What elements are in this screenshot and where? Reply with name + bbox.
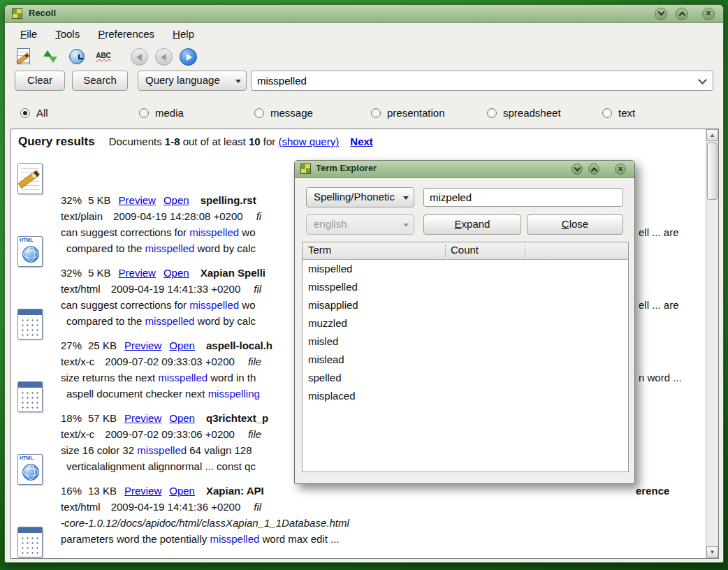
unshade-button[interactable] [676, 8, 688, 20]
results-scrollbar[interactable]: ▲ ▼ [706, 129, 718, 558]
html-icon: HTML [17, 236, 43, 267]
expansion-mode-dropdown[interactable]: Spelling/Phonetic [306, 187, 414, 207]
language-dropdown-disabled[interactable]: english [306, 214, 414, 235]
date: 2009-07-02 09:33:03 +0200 [105, 356, 235, 367]
file-path: fi [256, 210, 262, 222]
term-row[interactable]: misapplied [303, 296, 628, 314]
filter-message[interactable]: message [254, 107, 313, 119]
relevance: 16% [61, 485, 82, 497]
dialog-unshade-button[interactable] [588, 163, 599, 175]
history-clock-icon[interactable] [68, 48, 86, 66]
window-title: Recoll [29, 8, 56, 18]
relevance: 18% [61, 412, 82, 424]
mime-type: text/html [61, 501, 101, 513]
chevron-down-icon [574, 165, 581, 172]
file-size: 5 KB [88, 194, 111, 206]
relevance: 14% [61, 557, 82, 559]
term-row[interactable]: mislead [303, 351, 628, 369]
scroll-down-icon[interactable]: ▼ [706, 546, 718, 558]
menu-help[interactable]: Help [166, 26, 201, 42]
results-heading: Query results [18, 135, 95, 148]
mime-type: text/x-c [61, 356, 94, 367]
relevance: 32% [61, 267, 82, 279]
title-fragment: erence [636, 483, 669, 499]
file-path: file [248, 356, 261, 367]
search-button[interactable]: Search [72, 71, 128, 91]
preview-link[interactable]: Preview [119, 194, 156, 206]
result-title: q3richtext_p [206, 412, 268, 424]
prev-page-icon[interactable] [155, 48, 173, 66]
close-icon: × [706, 8, 711, 18]
open-link[interactable]: Open [163, 267, 189, 279]
filter-media[interactable]: media [139, 107, 184, 119]
file-size: 13 KB [88, 485, 117, 497]
text-plain-icon [17, 163, 43, 194]
dialog-shade-button[interactable] [572, 163, 583, 175]
open-link[interactable]: Open [169, 485, 195, 497]
result-title: aspell-local.h [206, 339, 272, 351]
term-row[interactable]: misled [303, 332, 628, 351]
term-input[interactable] [423, 188, 623, 207]
open-link[interactable]: Open [169, 412, 195, 424]
scroll-up-icon[interactable]: ▲ [706, 129, 718, 141]
globe-icon [22, 246, 39, 263]
term-row[interactable]: misplaced [303, 387, 628, 405]
file-path: fil [254, 283, 261, 295]
results-table-icon[interactable] [15, 48, 33, 66]
shade-button[interactable] [655, 8, 667, 20]
term-row[interactable]: misspelled [303, 278, 628, 296]
close-icon: × [618, 164, 623, 174]
preview-link[interactable]: Preview [119, 267, 156, 279]
date: 2009-04-19 14:28:08 +0200 [113, 210, 243, 222]
filter-text[interactable]: text [602, 107, 635, 119]
search-query-input[interactable] [257, 72, 687, 89]
mime-type: text/plain [61, 210, 103, 222]
term-row[interactable]: mispelled [303, 260, 628, 278]
query-language-dropdown[interactable]: Query language [138, 71, 247, 91]
history-dropdown-icon[interactable] [698, 75, 707, 85]
preview-link[interactable]: Preview [124, 339, 161, 351]
result-total: 10 [249, 136, 261, 147]
preview-link[interactable]: Preview [124, 485, 161, 497]
term-explorer-spell-icon[interactable]: ABC [94, 48, 112, 66]
column-term[interactable]: Term [308, 244, 331, 256]
scrollbar-thumb[interactable] [707, 142, 718, 200]
radio-icon [254, 108, 264, 118]
main-titlebar: Recoll × [5, 5, 723, 23]
filter-all[interactable]: All [20, 107, 48, 119]
open-link[interactable]: Open [163, 194, 189, 206]
file-path: file [248, 428, 261, 440]
sort-by-date-icon[interactable] [41, 48, 59, 66]
preview-link[interactable]: Preview [119, 557, 156, 559]
next-page-link[interactable]: Next [350, 136, 373, 147]
dialog-close-button[interactable]: × [615, 163, 626, 175]
relevance: 27% [61, 339, 82, 351]
menu-file[interactable]: File [13, 26, 44, 42]
toolbar: ABC [5, 45, 723, 68]
clear-button[interactable]: Clear [15, 71, 65, 91]
expand-button[interactable]: Expand [423, 214, 521, 235]
filter-spreadsheet[interactable]: spreadsheet [487, 107, 561, 119]
source-code-icon [17, 381, 43, 412]
term-explorer-dialog: Term Explorer × Spelling/Phonetic englis… [294, 160, 635, 484]
term-row[interactable]: muzzled [303, 314, 628, 332]
column-count[interactable]: Count [451, 244, 479, 256]
date: 2009-04-19 14:41:33 +0200 [111, 283, 241, 295]
result-range: 1-8 [165, 136, 180, 147]
results-header: Query results Documents 1-8 out of at le… [18, 135, 701, 149]
open-link[interactable]: Open [169, 339, 195, 351]
show-query-link[interactable]: (show query) [278, 136, 339, 147]
result-title: indexer.h [201, 557, 247, 559]
term-row[interactable]: spelled [303, 369, 628, 387]
filter-presentation[interactable]: presentation [371, 107, 445, 119]
preview-link[interactable]: Preview [124, 412, 161, 424]
menu-tools[interactable]: Tools [48, 26, 87, 42]
close-dialog-button[interactable]: Close [527, 214, 623, 235]
dropdown-arrow-icon [403, 224, 409, 227]
first-page-icon[interactable] [131, 48, 148, 66]
search-query-combobox [251, 71, 713, 91]
close-button[interactable]: × [702, 8, 715, 20]
next-page-icon[interactable] [180, 48, 197, 66]
open-link[interactable]: Open [163, 557, 189, 559]
menu-preferences[interactable]: Preferences [91, 26, 161, 42]
